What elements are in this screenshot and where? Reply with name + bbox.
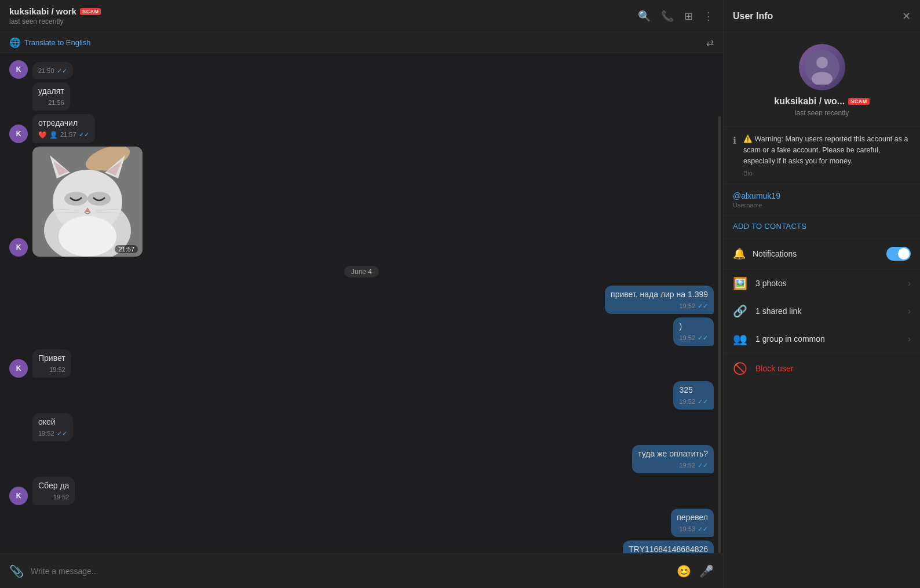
check-mark: ✓✓ <box>698 334 708 342</box>
link-chevron-icon: › <box>908 306 911 316</box>
message-row: привет. нада лир на 1.399 19:52 ✓✓ <box>9 286 714 314</box>
input-area: 📎 😊 🎤 <box>0 553 723 588</box>
mic-icon[interactable]: 🎤 <box>699 564 714 578</box>
notifications-left: 🔔 Notifications <box>733 247 797 260</box>
photos-chevron-icon: › <box>908 279 911 288</box>
search-icon[interactable]: 🔍 <box>638 10 651 23</box>
input-right-icons: 😊 🎤 <box>677 564 714 578</box>
media-section: 🖼️ 3 photos › 🔗 1 shared link › 👥 1 grou… <box>724 269 920 353</box>
profile-name-row: kuksikabi / wo... SCAM <box>774 96 869 107</box>
message-text: TRY11684148684826 <box>629 544 708 553</box>
message-time: 19:52 <box>679 334 695 342</box>
chat-header-subtitle: last seen recently <box>9 17 638 25</box>
add-contacts-row: ADD TO CONTACTS <box>724 216 920 239</box>
chat-title-text: kuksikabi / work <box>9 6 76 16</box>
message-input[interactable] <box>31 567 670 576</box>
bubble: привет. нада лир на 1.399 19:52 ✓✓ <box>605 286 714 314</box>
profile-scam-badge: SCAM <box>848 98 870 105</box>
bubble: Привет 19:52 <box>32 349 71 378</box>
notifications-toggle[interactable] <box>886 247 911 261</box>
svg-point-18 <box>816 57 828 68</box>
message-row: K Привет 19:52 <box>9 349 714 378</box>
translate-button[interactable]: 🌐 Translate to English <box>9 37 90 48</box>
message-text: привет. нада лир на 1.399 <box>611 290 708 299</box>
message-row: TRY11684148684826 озан 19:53 ✓✓ <box>9 540 714 553</box>
groups-row[interactable]: 👥 1 group in common › <box>724 325 920 353</box>
bell-icon: 🔔 <box>733 247 746 260</box>
bubble: Сбер да 19:52 <box>32 477 75 505</box>
check-mark: ✓✓ <box>698 397 708 406</box>
groups-count: 1 group in common <box>755 334 825 344</box>
message-text: ) <box>679 322 682 331</box>
message-text: Привет <box>38 353 65 363</box>
message-time: 19:52 <box>679 302 695 311</box>
message-row: K 21:50 ✓✓ <box>9 60 714 79</box>
forward-icon: 👤 <box>49 130 58 140</box>
profile-status: last seen recently <box>795 109 849 117</box>
bio-label: Bio <box>743 170 911 177</box>
photos-info: 3 photos <box>755 278 900 288</box>
translate-settings-icon[interactable]: ⇄ <box>706 37 714 48</box>
right-panel-title: User Info <box>733 11 773 21</box>
user-profile: kuksikabi / wo... SCAM last seen recentl… <box>724 32 920 127</box>
block-user-row[interactable]: 🚫 Block user <box>724 353 920 384</box>
emoji-icon[interactable]: 😊 <box>677 564 691 578</box>
username-section: @alxumuk19 Username <box>724 184 920 216</box>
bubble: ) 19:52 ✓✓ <box>673 317 714 346</box>
bubble: 21:50 ✓✓ <box>32 62 73 79</box>
warning-section: ℹ ⚠️ Warning: Many users reported this a… <box>724 127 920 184</box>
layout-icon[interactable]: ⊞ <box>684 10 693 23</box>
translate-bar: 🌐 Translate to English ⇄ <box>0 32 723 53</box>
call-icon[interactable]: 📞 <box>661 10 674 23</box>
avatar: K <box>9 359 28 378</box>
toggle-knob <box>898 248 910 260</box>
message-row: перевел 19:53 ✓✓ <box>9 509 714 537</box>
message-time: 19:52 <box>49 366 65 374</box>
message-time: 21:50 <box>38 67 54 75</box>
scrollbar[interactable] <box>718 116 721 553</box>
attach-icon[interactable]: 📎 <box>9 564 24 578</box>
translate-icon: 🌐 <box>9 37 21 48</box>
bubble: перевел 19:53 ✓✓ <box>671 509 714 537</box>
check-mark: ✓✓ <box>698 525 708 534</box>
scam-badge: SCAM <box>80 8 101 15</box>
message-text: туда же оплатить? <box>638 449 708 458</box>
notifications-label: Notifications <box>753 249 797 258</box>
avatar: K <box>9 487 28 505</box>
check-mark: ✓✓ <box>57 429 67 438</box>
svg-point-9 <box>64 192 87 206</box>
message-text: 325 <box>679 385 692 395</box>
svg-point-10 <box>87 192 111 206</box>
message-time: 19:52 <box>53 493 70 502</box>
check-mark: ✓✓ <box>79 130 89 139</box>
message-text: удалят <box>38 86 64 96</box>
message-text: окей <box>38 417 56 426</box>
warning-content: ⚠️ Warning: Many users reported this acc… <box>743 134 911 177</box>
photos-count: 3 photos <box>755 279 787 288</box>
message-row: туда же оплатить? 19:52 ✓✓ <box>9 445 714 473</box>
shared-link-row[interactable]: 🔗 1 shared link › <box>724 297 920 325</box>
block-icon: 🚫 <box>733 361 747 375</box>
more-icon[interactable]: ⋮ <box>703 10 714 23</box>
message-time: 21:57 <box>60 130 76 139</box>
message-row: окей 19:52 ✓✓ <box>9 413 714 441</box>
avatar: K <box>9 60 28 79</box>
image-bubble[interactable]: 21:57 <box>32 147 143 257</box>
profile-avatar <box>799 44 845 90</box>
profile-name: kuksikabi / wo... <box>774 96 845 107</box>
notifications-row: 🔔 Notifications <box>724 239 920 269</box>
bubble: окей 19:52 ✓✓ <box>32 413 73 441</box>
message-row: удалят 21:56 <box>9 82 714 111</box>
message-text: Сбер да <box>38 481 69 490</box>
photos-row[interactable]: 🖼️ 3 photos › <box>724 269 920 297</box>
profile-avatar-inner <box>799 44 845 90</box>
message-text: перевел <box>677 513 708 522</box>
username-value[interactable]: @alxumuk19 <box>733 191 911 200</box>
chat-area: kuksikabi / work SCAM last seen recently… <box>0 0 723 588</box>
messages-area: K 21:50 ✓✓ удалят 21:56 K о <box>0 53 723 553</box>
chat-header: kuksikabi / work SCAM last seen recently… <box>0 0 723 32</box>
check-mark: ✓✓ <box>698 302 708 311</box>
chat-header-info: kuksikabi / work SCAM last seen recently <box>9 6 638 25</box>
add-to-contacts-button[interactable]: ADD TO CONTACTS <box>733 222 806 231</box>
close-icon[interactable]: ✕ <box>902 10 911 23</box>
